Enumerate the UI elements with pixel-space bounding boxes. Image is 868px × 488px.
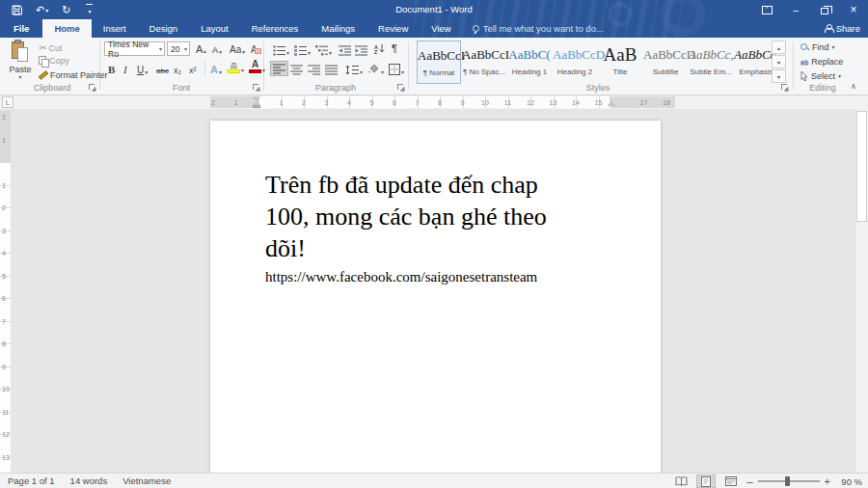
change-case-button[interactable]: Aa ▾ — [228, 41, 247, 56]
collapse-ribbon-button[interactable]: ∧ — [851, 82, 856, 91]
web-layout-button[interactable] — [721, 474, 741, 488]
cut-button[interactable]: ✂ Cut — [39, 42, 62, 53]
share-button[interactable]: Share — [825, 19, 860, 38]
align-right-button[interactable] — [306, 61, 322, 76]
style-name: Title — [598, 68, 642, 76]
left-indent-marker[interactable] — [253, 105, 260, 108]
save-button[interactable] — [8, 1, 26, 18]
subscript-button[interactable]: x₂ — [172, 61, 183, 76]
tell-me-box[interactable]: Tell me what you want to do... — [463, 19, 613, 38]
ruler-number: 6 — [2, 295, 6, 302]
bold-button[interactable]: B — [106, 61, 117, 76]
font-size-combo[interactable]: 20 ▾ — [167, 41, 190, 56]
bullets-button[interactable]: ▾ — [271, 41, 291, 57]
tab-design[interactable]: Design — [138, 19, 190, 38]
vertical-scrollbar[interactable]: ▴ — [854, 96, 868, 473]
minimize-button[interactable]: – — [781, 0, 810, 19]
customize-quick-access-toolbar-button[interactable]: ▾ — [80, 1, 97, 18]
chevron-down-icon: ▾ — [145, 69, 148, 75]
show-hide-paragraph-button[interactable]: ¶ — [390, 40, 399, 55]
tab-layout[interactable]: Layout — [189, 19, 240, 38]
align-center-button[interactable] — [288, 61, 305, 76]
borders-button[interactable]: ▾ — [387, 61, 406, 76]
text-highlight-color-button[interactable]: ▾ — [226, 59, 246, 74]
styles-more-button[interactable]: ▾ — [772, 69, 786, 83]
tab-mailings[interactable]: Mailings — [310, 19, 366, 38]
scrollbar-thumb[interactable] — [856, 111, 867, 222]
word-count[interactable]: 14 words — [63, 475, 116, 486]
justify-button[interactable] — [323, 61, 339, 76]
undo-button[interactable]: ↶ ▾ — [32, 1, 52, 18]
page-indicator[interactable]: Page 1 of 1 — [0, 475, 63, 486]
document-area: 2112345678910111213 Trên fb đã update đế… — [0, 109, 868, 473]
zoom-in-button[interactable]: + — [825, 476, 830, 487]
tab-view[interactable]: View — [420, 19, 462, 38]
ruler-number: 5 — [2, 272, 6, 279]
shading-button[interactable]: ▾ — [366, 61, 386, 76]
print-layout-button[interactable] — [696, 474, 716, 488]
tab-insert[interactable]: Insert — [92, 19, 138, 38]
paragraph-group-label: Paragraph — [297, 83, 374, 93]
tab-references[interactable]: References — [240, 19, 311, 38]
italic-button[interactable]: I — [122, 61, 129, 76]
find-button[interactable]: Find ▾ — [800, 42, 835, 52]
numbering-button[interactable]: ▾ — [292, 41, 312, 57]
shrink-font-button[interactable]: A ▾ — [210, 41, 224, 56]
language-indicator[interactable]: Vietnamese — [115, 475, 178, 486]
format-painter-label: Format Painter — [50, 70, 108, 80]
zoom-slider-thumb[interactable] — [785, 476, 790, 486]
style-heading-2[interactable]: AaBbCcD Heading 2 — [553, 41, 597, 84]
font-color-button[interactable]: A ▾ — [247, 59, 267, 74]
redo-button[interactable]: ↻ — [58, 1, 74, 18]
font-family-combo[interactable]: Times New Ro ▾ — [104, 41, 165, 56]
replace-button[interactable]: a̲b̲ Replace — [800, 57, 843, 67]
paragraph-line: 100, mong các bạn ghé theo — [265, 201, 612, 232]
align-left-button[interactable] — [270, 61, 288, 76]
grow-font-button[interactable]: A ▾ — [194, 41, 208, 56]
style-subtle-emphasis[interactable]: AaBbCc, Subtle Em... — [689, 41, 733, 84]
style-no-spacing[interactable]: AaBbCcI ¶ No Spac... — [462, 41, 506, 84]
zoom-slider[interactable] — [758, 480, 820, 482]
right-indent-marker[interactable] — [608, 101, 615, 106]
underline-button[interactable]: U ▾ — [135, 61, 149, 76]
clipboard-group-label: Clipboard — [14, 83, 91, 93]
font-dialog-launcher-icon[interactable] — [253, 84, 261, 93]
zoom-level[interactable]: 90 % — [835, 476, 862, 487]
collapse-ribbon-icon: ∧ — [851, 82, 856, 91]
tab-home[interactable]: Home — [42, 19, 91, 38]
select-button[interactable]: Select ▾ — [800, 71, 841, 81]
ribbon-display-options-button[interactable]: ⌃ — [752, 0, 781, 19]
clipboard-dialog-launcher-icon[interactable] — [89, 84, 97, 93]
ruler-number: 4 — [2, 250, 6, 257]
sort-button[interactable]: AZ — [372, 41, 387, 56]
read-mode-button[interactable] — [671, 474, 691, 488]
increase-indent-button[interactable] — [353, 41, 369, 57]
styles-scroll-down-button[interactable]: ▾ — [772, 55, 786, 68]
tab-review[interactable]: Review — [366, 19, 420, 38]
text-effects-button[interactable]: A ▾ — [208, 61, 224, 76]
minimize-icon: – — [793, 5, 799, 15]
style-subtitle[interactable]: AaBbCcD Subtitle — [643, 41, 688, 84]
tab-selector-button[interactable]: L — [2, 96, 14, 108]
tab-file[interactable]: File — [0, 19, 42, 38]
share-label: Share — [836, 23, 860, 34]
styles-dialog-launcher-icon[interactable] — [781, 84, 790, 93]
restore-button[interactable] — [810, 0, 839, 19]
style-heading-1[interactable]: AaBbC( Heading 1 — [507, 41, 552, 84]
clear-formatting-button[interactable]: A — [249, 41, 259, 56]
multilevel-list-button[interactable]: ▾ — [313, 41, 334, 57]
line-spacing-button[interactable]: ▾ — [343, 61, 365, 76]
style-normal[interactable]: AaBbCcI ¶ Normal — [417, 41, 461, 84]
strikethrough-button[interactable]: abc — [154, 61, 171, 76]
close-button[interactable]: × — [839, 0, 868, 19]
superscript-button[interactable]: x² — [187, 61, 199, 76]
decrease-indent-button[interactable] — [337, 41, 353, 57]
style-title[interactable]: AaB Title — [598, 41, 642, 84]
ruler-number: 7 — [2, 317, 6, 324]
format-painter-button[interactable]: Format Painter — [39, 70, 108, 80]
zoom-out-button[interactable]: – — [746, 476, 752, 487]
paragraph-dialog-launcher-icon[interactable] — [397, 84, 406, 93]
copy-button[interactable]: Copy — [39, 56, 69, 66]
document-page[interactable]: Trên fb đã update đến chap 100, mong các… — [210, 121, 661, 473]
styles-scroll-up-button[interactable]: ▴ — [772, 41, 786, 54]
